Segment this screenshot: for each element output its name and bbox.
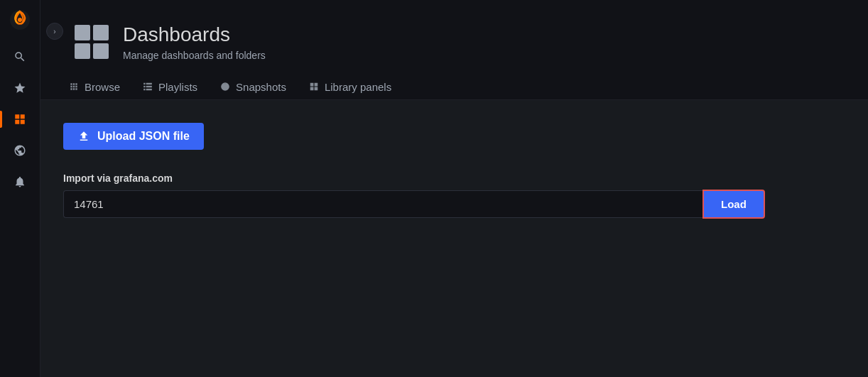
tab-playlists-label: Playlists <box>158 81 197 93</box>
playlists-icon <box>143 82 153 92</box>
page-subtitle: Manage dashboards and folders <box>123 50 266 61</box>
collapse-button[interactable]: › <box>46 23 63 40</box>
svg-rect-4 <box>143 86 145 87</box>
svg-rect-7 <box>146 89 152 90</box>
tab-browse-label: Browse <box>85 81 120 93</box>
sidebar-item-explore[interactable] <box>6 136 34 165</box>
svg-rect-5 <box>146 86 152 87</box>
svg-rect-2 <box>143 83 145 84</box>
svg-rect-3 <box>146 83 152 84</box>
page-header: Dashboards Manage dashboards and folders <box>63 11 851 61</box>
tab-library-panels-label: Library panels <box>325 81 391 93</box>
svg-point-1 <box>18 18 22 22</box>
import-input[interactable] <box>63 190 702 218</box>
sidebar-item-starred[interactable] <box>6 74 34 102</box>
tab-playlists[interactable]: Playlists <box>131 75 209 100</box>
page-title: Dashboards <box>123 23 266 47</box>
browse-icon <box>69 82 79 92</box>
grafana-logo[interactable] <box>6 6 34 34</box>
snapshots-icon <box>220 82 230 92</box>
import-label: Import via grafana.com <box>63 173 845 184</box>
import-row: Load <box>63 190 845 219</box>
dashboards-header-icon <box>75 25 109 59</box>
load-button-label: Load <box>721 198 747 210</box>
tab-snapshots-label: Snapshots <box>236 81 286 93</box>
tab-library-panels[interactable]: Library panels <box>298 75 403 100</box>
upload-icon <box>77 130 90 143</box>
chevron-right-icon: › <box>53 28 55 35</box>
tab-snapshots[interactable]: Snapshots <box>209 75 298 100</box>
page-header-text: Dashboards Manage dashboards and folders <box>123 23 266 61</box>
tabs-bar: Browse Playlists Snapshots Library panel… <box>40 61 868 100</box>
main-content: › Dashboards Manage dashboards and folde… <box>40 0 868 377</box>
topbar: › Dashboards Manage dashboards and folde… <box>40 0 868 61</box>
content-area: Upload JSON file Import via grafana.com … <box>40 100 868 377</box>
sidebar-item-alerting[interactable] <box>6 168 34 196</box>
import-section: Import via grafana.com Load <box>63 173 845 219</box>
upload-json-button[interactable]: Upload JSON file <box>63 123 204 150</box>
sidebar <box>0 0 40 377</box>
upload-button-label: Upload JSON file <box>97 130 190 143</box>
load-button[interactable]: Load <box>702 190 765 219</box>
library-panels-icon <box>309 82 319 92</box>
svg-rect-6 <box>143 89 145 90</box>
sidebar-item-dashboards[interactable] <box>6 105 34 133</box>
tab-browse[interactable]: Browse <box>58 75 131 100</box>
sidebar-item-search[interactable] <box>6 43 34 71</box>
